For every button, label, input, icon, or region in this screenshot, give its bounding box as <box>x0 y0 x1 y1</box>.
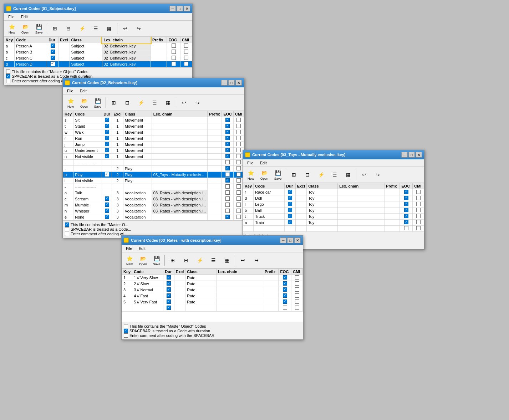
grid-btn-r1[interactable]: ⊞ <box>166 255 179 265</box>
back-button[interactable]: ↩ <box>119 24 132 34</box>
grid-btn-b1[interactable]: ⊞ <box>107 98 120 108</box>
menu-edit-rates[interactable]: Edit <box>136 246 148 251</box>
menu-edit-subjects[interactable]: Edit <box>18 14 31 20</box>
table-row[interactable]: tStand1Movement <box>63 123 244 129</box>
menu-edit-toys[interactable]: Edit <box>257 160 270 166</box>
menu-file-rates[interactable]: File <box>123 246 135 251</box>
forward-btn-b[interactable]: ↪ <box>191 98 204 108</box>
back-btn-r[interactable]: ↩ <box>236 255 249 265</box>
grid-btn-t2[interactable]: ⊟ <box>301 170 314 180</box>
table-row[interactable]: 33 // NormalRate <box>122 287 303 293</box>
chart-btn-r[interactable]: ⚡ <box>193 255 206 265</box>
table-row[interactable]: lLegoToy <box>243 201 424 208</box>
table-row[interactable]: eNone3Vocalization <box>63 214 244 220</box>
checkbox-master-behaviors[interactable] <box>65 222 69 227</box>
table-button[interactable]: ▦ <box>103 24 116 34</box>
back-btn-t[interactable]: ↩ <box>358 170 371 180</box>
window-controls-3[interactable]: ─ □ ✕ <box>401 152 422 158</box>
maximize-button-3[interactable]: □ <box>408 152 415 158</box>
table-row[interactable]: bBallToy <box>243 208 424 214</box>
list-btn-r[interactable]: ☰ <box>207 255 220 265</box>
checkbox-spacebar-rates[interactable] <box>124 329 128 333</box>
menu-file-behaviors[interactable]: File <box>64 88 76 94</box>
maximize-button[interactable]: □ <box>177 6 183 11</box>
new-button-subjects[interactable]: ⭐ New <box>5 22 18 35</box>
table-row[interactable]: tTruckToy <box>243 214 424 220</box>
table-row[interactable]: 44 // FastRate <box>122 293 303 299</box>
save-button-behaviors[interactable]: 💾 Save <box>91 96 104 109</box>
grid-button-2[interactable]: ⊟ <box>62 24 75 34</box>
window-controls[interactable]: ─ □ ✕ <box>169 6 190 11</box>
table-btn-b[interactable]: ▦ <box>162 98 174 108</box>
close-button-3[interactable]: ✕ <box>416 152 422 158</box>
table-row[interactable]: rRun1Movement <box>63 135 244 142</box>
table-row[interactable] <box>243 226 424 232</box>
window-subjects[interactable]: Current Codes [01_Subjects.ikey] ─ □ ✕ F… <box>4 4 193 85</box>
window-rates[interactable]: Current Codes [03_Rates - with descripti… <box>121 235 303 340</box>
grid-btn-t1[interactable]: ⊞ <box>287 170 300 180</box>
checkbox-master-rates[interactable] <box>124 324 128 328</box>
close-button-2[interactable]: ✕ <box>235 80 242 86</box>
chart-button[interactable]: ⚡ <box>76 24 88 34</box>
grid-btn-r2[interactable]: ⊟ <box>180 255 193 265</box>
table-btn-t[interactable]: ▦ <box>342 170 355 180</box>
table-row[interactable]: pPlay✓2Play03_Toys - Mutually exclusiv..… <box>63 172 244 178</box>
save-button-subjects[interactable]: 💾 Save <box>32 22 45 35</box>
table-row[interactable]: cPerson CSubject02_Behaviors.ikey <box>4 55 192 61</box>
table-row[interactable]: dPerson D✓Subject02_Behaviors.ikey <box>4 61 192 67</box>
table-row[interactable]: wWalk1Movement <box>63 129 244 135</box>
table-btn-r[interactable]: ▦ <box>220 255 233 265</box>
table-row[interactable]: bPerson BSubject02_Behaviors.ikey <box>4 49 192 55</box>
list-btn-b[interactable]: ☰ <box>148 98 161 108</box>
table-row[interactable]: aTalk3Vocalization03_Rates - with descri… <box>63 190 244 196</box>
minimize-button[interactable]: ─ <box>169 6 176 11</box>
open-button-toys[interactable]: 📂 Open <box>258 168 271 181</box>
table-row[interactable]: jJump1Movement <box>63 142 244 148</box>
new-button-behaviors[interactable]: ⭐ New <box>64 96 77 109</box>
save-button-toys[interactable]: 💾 Save <box>271 168 284 181</box>
table-row[interactable]: nNot visible1Movement <box>63 154 244 160</box>
table-row[interactable]: sSit1Movement <box>63 117 244 123</box>
window-controls-2[interactable]: ─ □ ✕ <box>221 80 242 86</box>
new-button-toys[interactable]: ⭐ New <box>244 168 257 181</box>
chart-btn-t[interactable]: ⚡ <box>315 170 327 180</box>
table-row[interactable]: dDollToy <box>243 195 424 201</box>
menu-file-subjects[interactable]: File <box>5 14 17 20</box>
open-button-rates[interactable]: 📂 Open <box>137 253 149 267</box>
close-button-4[interactable]: ✕ <box>294 237 301 243</box>
checkbox-spacebar-subjects[interactable] <box>6 74 10 78</box>
checkbox-spacebar-behaviors[interactable] <box>65 227 69 231</box>
open-button-behaviors[interactable]: 📂 Open <box>78 96 91 109</box>
table-row[interactable]: cScream3Vocalization03_Rates - with desc… <box>63 196 244 202</box>
open-button-subjects[interactable]: 📂 Open <box>19 22 32 35</box>
forward-btn-t[interactable]: ↪ <box>371 170 384 180</box>
forward-button[interactable]: ↪ <box>132 24 145 34</box>
table-row[interactable]: 11 // Very SlowRate <box>122 275 303 281</box>
table-row[interactable]: hWhisper3Vocalization03_Rates - with des… <box>63 208 244 214</box>
checkbox-comment-subjects[interactable] <box>6 79 10 83</box>
minimize-button-4[interactable]: ─ <box>280 237 286 243</box>
menu-file-toys[interactable]: File <box>244 160 256 166</box>
back-btn-b[interactable]: ↩ <box>178 98 190 108</box>
list-btn-t[interactable]: ☰ <box>328 170 341 180</box>
minimize-button-3[interactable]: ─ <box>401 152 408 158</box>
grid-btn-b2[interactable]: ⊟ <box>121 98 134 108</box>
table-row[interactable]: uUndertement1Movement <box>63 148 244 154</box>
table-row[interactable]: -2Play <box>63 166 244 172</box>
table-row[interactable] <box>122 305 303 311</box>
minimize-button-2[interactable]: ─ <box>221 80 228 86</box>
table-row[interactable]: ----------------- <box>63 160 244 166</box>
new-button-rates[interactable]: ⭐ New <box>123 253 136 267</box>
window-toys[interactable]: Current Codes [03_Toys - Mutually exclus… <box>243 150 424 250</box>
close-button[interactable]: ✕ <box>184 6 190 11</box>
checkbox-master-subjects[interactable] <box>6 70 10 74</box>
menu-edit-behaviors[interactable]: Edit <box>77 88 90 94</box>
table-row[interactable]: mMumble3Vocalization03_Rates - with desc… <box>63 202 244 208</box>
grid-button-1[interactable]: ⊞ <box>49 24 61 34</box>
save-button-rates[interactable]: 💾 Save <box>150 253 163 267</box>
table-row[interactable]: 55 // Very FastRate <box>122 299 303 305</box>
table-row[interactable]: aTrainToy <box>243 220 424 226</box>
maximize-button-2[interactable]: □ <box>228 80 235 86</box>
checkbox-comment-rates[interactable] <box>124 333 128 338</box>
forward-btn-r[interactable]: ↪ <box>250 255 263 265</box>
